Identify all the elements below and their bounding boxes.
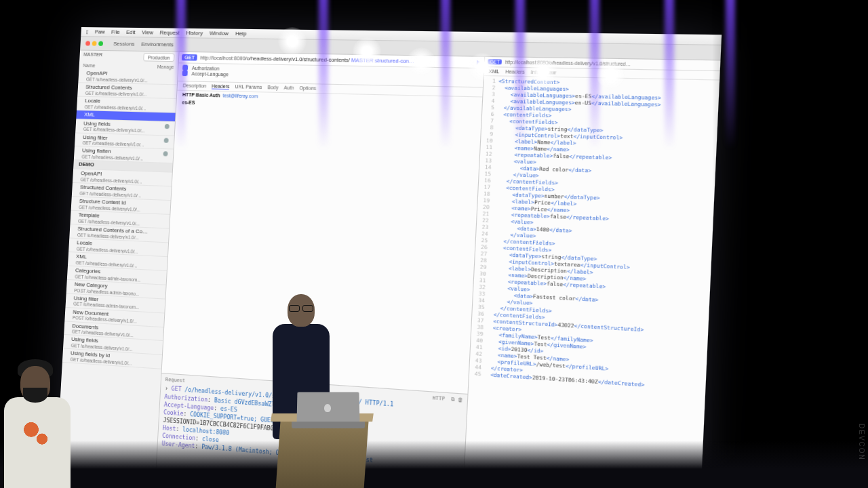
audience-person bbox=[0, 339, 75, 488]
apple-menu-icon[interactable]:  bbox=[86, 28, 89, 35]
header-name-accept-language[interactable]: Accept-Language bbox=[191, 71, 229, 77]
rtab-xml[interactable]: XML bbox=[489, 68, 500, 74]
menu-edit[interactable]: Edit bbox=[126, 29, 136, 35]
toolbar-tab-environments[interactable]: Environments bbox=[141, 41, 174, 48]
menu-file[interactable]: File bbox=[111, 29, 120, 35]
menu-view[interactable]: View bbox=[142, 29, 153, 35]
minimize-icon[interactable] bbox=[92, 41, 97, 46]
presenter-laptop bbox=[292, 392, 365, 430]
menu-window[interactable]: Window bbox=[210, 30, 229, 37]
close-icon[interactable] bbox=[85, 41, 90, 45]
rtab-headers[interactable]: Headers bbox=[505, 69, 525, 75]
header-name-auth[interactable]: Authorization bbox=[192, 65, 220, 70]
tab-headers[interactable]: Headers bbox=[212, 83, 230, 89]
menu-help[interactable]: Help bbox=[235, 30, 247, 37]
response-url: http://localhost:8080/o/headless-deliver… bbox=[505, 60, 631, 67]
zoom-icon[interactable] bbox=[98, 41, 103, 46]
apple-logo-icon bbox=[324, 404, 331, 412]
projected-screen:  Paw File Edit View Request History Win… bbox=[56, 27, 722, 488]
header-enabled-checkbox[interactable] bbox=[182, 70, 188, 76]
toolbar-tab-sessions[interactable]: Sessions bbox=[113, 41, 135, 47]
env-selector[interactable]: Production bbox=[143, 53, 175, 62]
response-method: GET bbox=[488, 59, 502, 64]
send-button[interactable]: ▶ bbox=[477, 59, 481, 66]
window-controls[interactable] bbox=[85, 41, 103, 45]
exchange-proto-badge: HTTP bbox=[433, 395, 446, 402]
sidebar-col-name: Name bbox=[83, 63, 95, 68]
vignette-right bbox=[712, 0, 868, 488]
rtab-info[interactable]: Info bbox=[530, 69, 539, 75]
tab-description[interactable]: Description bbox=[182, 83, 206, 89]
menu-history[interactable]: History bbox=[186, 30, 203, 37]
header-enabled-checkbox[interactable] bbox=[182, 64, 188, 70]
podium bbox=[258, 386, 387, 488]
tab-body[interactable]: Body bbox=[267, 85, 279, 91]
rtab-raw[interactable]: Raw bbox=[545, 70, 556, 75]
menu-request[interactable]: Request bbox=[159, 29, 180, 36]
event-label: DEVCON bbox=[858, 424, 865, 461]
exchange-label: Request bbox=[165, 377, 186, 385]
menu-paw[interactable]: Paw bbox=[95, 28, 105, 35]
response-body-xml[interactable]: 1<StructuredContent>2 <availableLanguage… bbox=[462, 76, 719, 488]
response-pane: GET http://localhost:8080/o/headless-del… bbox=[462, 57, 720, 488]
sidebar-manage-link[interactable]: Manage bbox=[157, 64, 174, 70]
tab-url-params[interactable]: URL Params bbox=[235, 84, 262, 90]
stage-floor bbox=[0, 441, 868, 488]
tab-options[interactable]: Options bbox=[299, 85, 316, 92]
branch-label: MASTER bbox=[83, 52, 102, 61]
tab-auth[interactable]: Auth bbox=[283, 85, 294, 92]
http-method[interactable]: GET bbox=[182, 54, 198, 61]
